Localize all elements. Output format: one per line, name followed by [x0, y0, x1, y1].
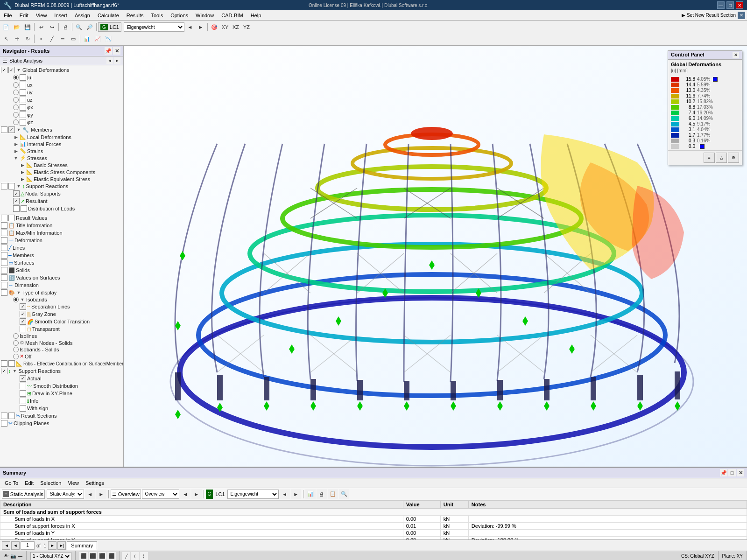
tree-uz[interactable]: uz: [0, 96, 123, 104]
next-lc[interactable]: ►: [196, 22, 206, 32]
tree-deformation[interactable]: 〰 Deformation: [0, 237, 123, 244]
tree-maxmin[interactable]: 📋 Max/Min Information: [0, 229, 123, 237]
tree-with-sign[interactable]: With sign: [0, 405, 123, 412]
check-maxmin[interactable]: [1, 230, 7, 236]
summary-close[interactable]: ✕: [737, 469, 744, 476]
check-sign[interactable]: [20, 405, 26, 412]
tree-isolines[interactable]: Isolines: [0, 333, 123, 339]
tree-members[interactable]: ✓ ▼ 🔧 Members: [0, 126, 123, 133]
check-members[interactable]: [1, 126, 7, 133]
minimize-btn[interactable]: —: [717, 1, 725, 9]
nav-next[interactable]: ►: [114, 57, 120, 64]
last-page[interactable]: ►|: [57, 541, 66, 550]
extra-btn-1[interactable]: ╱: [122, 552, 130, 560]
radio-phix[interactable]: [13, 105, 19, 110]
radio-mesh-nodes[interactable]: [13, 340, 19, 346]
summary-export[interactable]: 📊: [305, 489, 316, 499]
tree-elastic-equiv[interactable]: ▶ 📐 Elastic Equivalent Stress: [0, 175, 123, 182]
tree-resultant[interactable]: ✓ ↗ Resultant: [0, 197, 123, 205]
member-btn[interactable]: ━: [57, 34, 68, 44]
check-trans[interactable]: [20, 326, 26, 332]
check-phiy[interactable]: [20, 112, 26, 118]
tree-result-values[interactable]: Result Values: [0, 214, 123, 222]
tree-isobands[interactable]: ▼ Isobands: [0, 296, 123, 303]
tree-gray-zone[interactable]: ✓ ▒ Gray Zone: [0, 310, 123, 318]
cp-diagram-btn[interactable]: △: [716, 153, 727, 163]
radio-ux[interactable]: [13, 82, 19, 88]
view-icon-2[interactable]: 📷: [10, 553, 16, 559]
check-ti[interactable]: [1, 222, 7, 229]
tree-phix[interactable]: φx: [0, 104, 123, 111]
check-sc[interactable]: ✓: [20, 318, 26, 325]
check-uz[interactable]: [20, 97, 26, 103]
menu-insert[interactable]: Insert: [50, 12, 71, 19]
tree-phiz[interactable]: φz: [0, 119, 123, 126]
tree-dist-loads[interactable]: Distribution of Loads: [0, 205, 123, 212]
cp-table-btn[interactable]: ≡: [704, 153, 715, 163]
next-page[interactable]: ►: [48, 541, 56, 550]
tree-global-deformations[interactable]: ✓ ✓ ▼ Global Deformations: [0, 66, 123, 74]
radio-uy[interactable]: [13, 90, 19, 95]
menu-results[interactable]: Results: [123, 12, 148, 19]
result-display-1[interactable]: 📊: [82, 34, 92, 44]
view-icon-3[interactable]: —: [18, 553, 22, 559]
check-info[interactable]: [20, 398, 26, 404]
tree-dimension[interactable]: ↔ Dimension: [0, 281, 123, 289]
check-solids[interactable]: [1, 267, 7, 273]
tree-smooth-dist[interactable]: 〰 Smooth Distribution: [0, 382, 123, 390]
radio-isobands[interactable]: [13, 297, 19, 302]
tree-off[interactable]: ✕ Off: [0, 353, 123, 360]
extra-btn-2[interactable]: ⟨: [131, 552, 139, 560]
prev-lc[interactable]: ◄: [185, 22, 195, 32]
tree-nodal-supports[interactable]: ✓ △ Nodal Supports: [0, 190, 123, 197]
check-u-abs[interactable]: [20, 74, 26, 81]
status-btn-3[interactable]: ⬛: [98, 552, 106, 560]
menu-calculate[interactable]: Calculate: [94, 12, 123, 19]
analysis-next[interactable]: ►: [96, 489, 106, 499]
tree-support-reactions-1[interactable]: ▼ ↕ Support Reactions: [0, 182, 123, 190]
lc-prev-summary[interactable]: ◄: [280, 489, 290, 499]
overview-prev[interactable]: ◄: [180, 489, 190, 499]
analysis-type-combo[interactable]: Static Analysis: [47, 490, 84, 499]
summary-search[interactable]: 🔍: [339, 489, 349, 499]
summary-maximize[interactable]: □: [728, 469, 736, 476]
check-ribs[interactable]: [1, 360, 7, 367]
check-tod[interactable]: [1, 289, 7, 296]
tree-title-info[interactable]: 📋 Title Information: [0, 222, 123, 229]
tree-type-display[interactable]: 🎨 ▼ Type of display: [0, 289, 123, 296]
check-deform[interactable]: [1, 237, 7, 244]
overview-combo[interactable]: Overview: [142, 490, 179, 499]
check2-rv[interactable]: [8, 215, 15, 221]
tree-sep-lines[interactable]: ✓ ╌ Separation Lines: [0, 303, 123, 310]
tree-local-def[interactable]: ▶ 📐 Local Deformations: [0, 133, 123, 140]
result-section-btn[interactable]: ▶ Set New Result Section: [680, 13, 738, 18]
bottom-view[interactable]: View: [65, 479, 82, 487]
lc-combo-summary[interactable]: Eigengewicht: [227, 490, 279, 499]
check2-distloads[interactable]: [21, 205, 27, 212]
bottom-selection[interactable]: Selection: [37, 479, 64, 487]
maximize-btn[interactable]: □: [726, 1, 734, 9]
check2-members[interactable]: ✓: [8, 126, 15, 133]
tree-smooth-color[interactable]: ✓ 🌈 Smooth Color Transition: [0, 318, 123, 325]
view-selector[interactable]: 1 - Global XYZ: [30, 552, 71, 560]
check-phix[interactable]: [20, 104, 26, 111]
status-btn-4[interactable]: ⬛: [107, 552, 116, 560]
check-dim[interactable]: [1, 282, 7, 288]
check2-ribs[interactable]: [8, 360, 15, 367]
xy-view[interactable]: XY: [220, 22, 230, 32]
radio-u-abs[interactable]: [13, 75, 19, 80]
tree-internal-forces[interactable]: ▶ 📊 Internal Forces: [0, 140, 123, 147]
redo-btn[interactable]: ↪: [47, 22, 57, 32]
check-ux[interactable]: [20, 82, 26, 88]
check2-rs[interactable]: [8, 413, 15, 419]
status-btn-2[interactable]: ⬛: [89, 552, 97, 560]
radio-phiy[interactable]: [13, 112, 19, 118]
open-btn[interactable]: 📂: [12, 22, 22, 32]
tree-support-reactions-2[interactable]: ✓ ↕ ▼ Support Reactions: [0, 367, 123, 375]
yz-view[interactable]: YZ: [241, 22, 252, 32]
menu-file[interactable]: File: [0, 12, 16, 19]
menu-help[interactable]: Help: [247, 12, 265, 19]
zoom-in[interactable]: 🔍: [74, 22, 84, 32]
check-uy[interactable]: [20, 89, 26, 96]
line-btn[interactable]: ╱: [47, 34, 57, 44]
